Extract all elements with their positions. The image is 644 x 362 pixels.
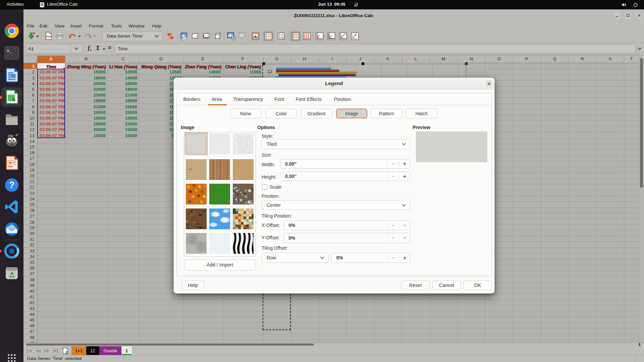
svg-text:?: ?: [9, 180, 15, 190]
svg-text:PDF: PDF: [46, 35, 52, 38]
svg-text:>_: >_: [7, 49, 12, 54]
